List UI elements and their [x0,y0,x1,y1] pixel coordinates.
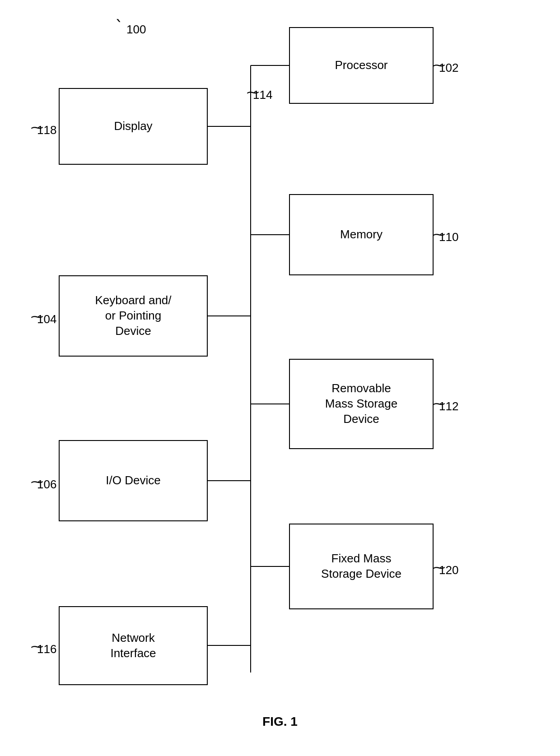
diagram-ref-label: 100 [126,23,146,37]
processor-label: Processor [335,58,387,73]
processor-ref-tilde: ⁓ [433,58,445,73]
display-box: Display [59,88,208,165]
io-device-ref-tilde: ⁓ [31,474,43,489]
io-device-box: I/O Device [59,440,208,521]
fixed-storage-ref-tilde: ⁓ [433,560,445,575]
fixed-storage-label: Fixed MassStorage Device [321,551,401,582]
display-label: Display [114,119,152,134]
io-device-label: I/O Device [106,473,160,488]
memory-ref-tilde: ⁓ [433,227,445,242]
keyboard-label: Keyboard and/or PointingDevice [95,293,171,339]
removable-ref-tilde: ⁓ [433,396,445,411]
figure-label: FIG. 1 [0,714,560,729]
bus-ref-tilde: ⁓ [247,85,259,100]
removable-storage-label: RemovableMass StorageDevice [325,381,397,427]
network-label: NetworkInterface [110,631,156,661]
diagram: 100 ˊ Processor 102 ⁓ Memory 110 ⁓ Remov… [0,0,560,756]
display-ref-tilde: ⁓ [31,120,43,135]
keyboard-ref-tilde: ⁓ [31,309,43,324]
network-box: NetworkInterface [59,606,208,685]
keyboard-box: Keyboard and/or PointingDevice [59,275,208,357]
processor-box: Processor [289,27,434,104]
fixed-storage-box: Fixed MassStorage Device [289,524,434,609]
removable-storage-box: RemovableMass StorageDevice [289,359,434,449]
network-ref-tilde: ⁓ [31,639,43,654]
memory-label: Memory [340,227,383,242]
diagram-ref-bracket: ˊ [115,17,123,36]
memory-box: Memory [289,194,434,275]
